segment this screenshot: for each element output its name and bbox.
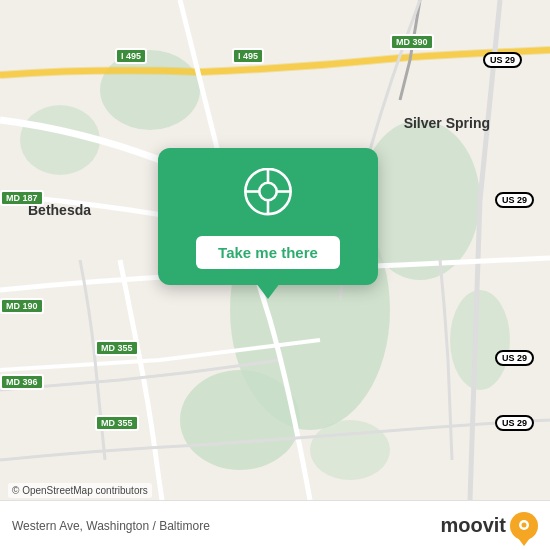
moovit-pin-icon: [516, 518, 532, 534]
road-badge-us29-mid: US 29: [495, 192, 534, 208]
take-me-there-button[interactable]: Take me there: [196, 236, 340, 269]
svg-point-4: [450, 290, 510, 390]
map-container: I 495 I 495 MD 390 US 29 Silver Spring B…: [0, 0, 550, 550]
svg-point-1: [180, 370, 300, 470]
road-badge-us29-top: US 29: [483, 52, 522, 68]
svg-point-8: [259, 183, 276, 200]
moovit-text: moovit: [440, 514, 506, 537]
road-badge-us29-lowest: US 29: [495, 415, 534, 431]
road-badge-md187: MD 187: [0, 190, 44, 206]
svg-point-3: [360, 120, 480, 280]
road-badge-md190: MD 190: [0, 298, 44, 314]
location-pin-icon: [241, 168, 295, 222]
road-badge-md355-bot: MD 355: [95, 415, 139, 431]
road-badge-md355-top: MD 355: [95, 340, 139, 356]
bottom-bar: Western Ave, Washington / Baltimore moov…: [0, 500, 550, 550]
moovit-icon: [510, 512, 538, 540]
road-badge-i495-left: I 495: [115, 48, 147, 64]
svg-point-14: [522, 522, 527, 527]
silver-spring-label: Silver Spring: [404, 115, 490, 131]
address-label: Western Ave, Washington / Baltimore: [12, 519, 210, 533]
road-badge-us29-lower: US 29: [495, 350, 534, 366]
moovit-logo: moovit: [440, 512, 538, 540]
svg-point-6: [310, 420, 390, 480]
road-badge-md390: MD 390: [390, 34, 434, 50]
road-badge-i495-right: I 495: [232, 48, 264, 64]
road-badge-md396: MD 396: [0, 374, 44, 390]
osm-attribution: © OpenStreetMap contributors: [8, 483, 152, 498]
location-popup: Take me there: [158, 148, 378, 285]
